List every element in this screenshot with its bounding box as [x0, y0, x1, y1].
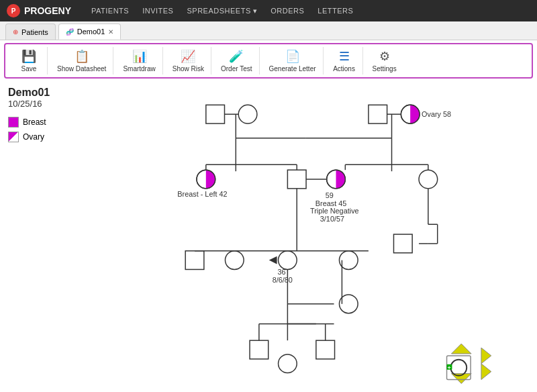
- legend-ovary: Ovary: [8, 132, 78, 142]
- left-panel: Demo01 10/25/16 Breast Ovary: [3, 84, 83, 391]
- nav-patients[interactable]: PATIENTS: [91, 7, 129, 15]
- aunt-right[interactable]: [419, 170, 438, 189]
- pedigree-svg[interactable]: Ovary 58 59 Breast 45 Triple Negative: [83, 84, 534, 391]
- ovary-legend-label: Ovary: [23, 132, 44, 142]
- actions-label: Actions: [333, 65, 355, 72]
- proband-circle[interactable]: [279, 251, 297, 270]
- nav-right-bottom-arrow[interactable]: [481, 364, 491, 380]
- save-button[interactable]: 💾 Save: [11, 47, 48, 75]
- toolbar: 💾 Save 📋 Show Datasheet 📊 Smartdraw 📈 Sh…: [4, 43, 533, 79]
- chevron-down-icon: ▾: [253, 7, 258, 15]
- patient-name: Demo01: [8, 87, 78, 99]
- show-datasheet-label: Show Datasheet: [57, 65, 106, 72]
- show-risk-button[interactable]: 📈 Show Risk: [166, 47, 211, 75]
- child-square-left[interactable]: [185, 251, 204, 270]
- paternal-grandfather[interactable]: [206, 105, 225, 124]
- generate-letter-button[interactable]: 📄 Generate Letter: [262, 47, 324, 75]
- proband-arrow: [269, 256, 277, 264]
- breast-legend-label: Breast: [23, 117, 46, 127]
- nav-links: PATIENTS INVITES SPREADSHEETS ▾ ORDERS L…: [91, 7, 353, 15]
- smartdraw-icon: 📊: [132, 49, 147, 64]
- smartdraw-button[interactable]: 📊 Smartdraw: [116, 47, 162, 75]
- maternal-grandfather[interactable]: [369, 105, 387, 124]
- grandchild-square-left[interactable]: [250, 340, 268, 359]
- actions-button[interactable]: ☰ Actions: [326, 47, 363, 75]
- save-icon: 💾: [21, 49, 36, 64]
- aunt-left-label: Breast - Left 42: [177, 190, 227, 198]
- nav-spreadsheets[interactable]: SPREADSHEETS ▾: [187, 7, 257, 15]
- order-test-button[interactable]: 🧪 Order Test: [214, 47, 260, 75]
- grandchild-square-right[interactable]: [316, 340, 335, 359]
- tab-patients-label: Patients: [21, 28, 48, 36]
- top-nav: P PROGENY PATIENTS INVITES SPREADSHEETS …: [0, 0, 537, 21]
- nav-invites[interactable]: INVITES: [142, 7, 173, 15]
- logo-icon: P: [7, 4, 20, 17]
- paternal-grandmother[interactable]: [238, 105, 257, 124]
- settings-icon: ⚙: [379, 49, 390, 64]
- ovary-legend-box: [8, 132, 19, 142]
- actions-icon: ☰: [339, 49, 350, 64]
- breast-legend-box: [8, 117, 19, 128]
- show-risk-icon: 📈: [181, 49, 195, 64]
- tab-patients[interactable]: ⊕ Patients: [5, 23, 56, 40]
- uncle-husband[interactable]: [393, 234, 412, 253]
- close-tab-icon[interactable]: ✕: [108, 28, 113, 36]
- patients-tab-icon: ⊕: [13, 28, 18, 36]
- mother-age: 59: [326, 191, 334, 199]
- datasheet-icon: 📋: [75, 49, 89, 64]
- settings-button[interactable]: ⚙ Settings: [366, 47, 403, 75]
- show-datasheet-button[interactable]: 📋 Show Datasheet: [50, 47, 113, 75]
- proband-date: 8/6/80: [273, 276, 293, 284]
- tab-demo01[interactable]: 🧬 Demo01 ✕: [58, 23, 121, 40]
- mother-diagnosis2: Triple Negative: [310, 207, 359, 215]
- nav-orders[interactable]: ORDERS: [271, 7, 304, 15]
- order-test-label: Order Test: [221, 65, 252, 72]
- tabs-bar: ⊕ Patients 🧬 Demo01 ✕: [0, 21, 537, 40]
- svg-text:+: +: [448, 364, 451, 371]
- legend-breast: Breast: [8, 117, 78, 128]
- order-test-icon: 🧪: [229, 49, 244, 64]
- father-node[interactable]: [287, 170, 306, 189]
- app-title: PROGENY: [24, 5, 71, 16]
- settings-label: Settings: [373, 65, 397, 72]
- generate-letter-icon: 📄: [285, 49, 300, 64]
- patient-date: 10/25/16: [8, 99, 78, 109]
- grandchild-circle[interactable]: [279, 354, 297, 373]
- demo01-tab-icon: 🧬: [66, 28, 74, 36]
- pedigree-area: Ovary 58 59 Breast 45 Triple Negative: [83, 84, 534, 391]
- content-area: Demo01 10/25/16 Breast Ovary: [0, 81, 537, 392]
- ovary-age-label: Ovary 58: [422, 110, 451, 118]
- nav-right-top-arrow[interactable]: [481, 348, 491, 364]
- nav-center-circle: [450, 360, 467, 376]
- proband-age: 36: [278, 268, 286, 276]
- tab-demo01-label: Demo01: [77, 28, 105, 36]
- save-label: Save: [21, 65, 37, 72]
- mother-diagnosis1: Breast 45: [315, 199, 346, 207]
- child-circle-left[interactable]: [225, 251, 244, 270]
- app-logo: P PROGENY: [7, 4, 71, 17]
- show-risk-label: Show Risk: [173, 65, 204, 72]
- nav-letters[interactable]: LETTERS: [318, 7, 353, 15]
- mother-date: 3/10/57: [320, 215, 344, 223]
- nav-up-arrow[interactable]: [451, 344, 471, 354]
- generate-letter-label: Generate Letter: [269, 65, 316, 72]
- smartdraw-label: Smartdraw: [123, 65, 155, 72]
